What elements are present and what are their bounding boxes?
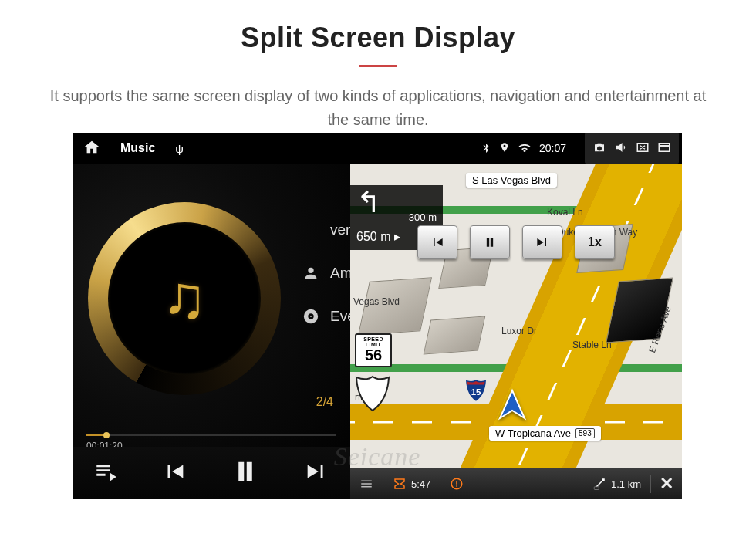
nav-alert-button[interactable] [440,468,473,499]
street-label-text: W Tropicana Ave [495,427,571,439]
status-app-label: Music [120,141,155,155]
sim-speed-button[interactable]: 1x [575,225,615,259]
status-clock: 20:07 [539,142,566,154]
close-app-icon[interactable] [636,140,650,157]
nav-bottom-bar: 5:47 1.1 km ✕ [350,468,682,499]
vehicle-marker [494,387,531,427]
map-building [424,316,486,355]
street-label-tropicana: W Tropicana Ave 593 [489,426,601,441]
volume-icon[interactable] [614,140,628,157]
disc-icon [302,308,319,325]
playlist-button[interactable] [93,458,120,488]
nav-distance-value: 1.1 km [611,478,641,490]
wifi-icon [518,140,532,157]
music-note-icon: ♫ [162,262,208,333]
svg-text:15: 15 [471,387,481,397]
sim-next-button[interactable] [522,225,562,259]
nav-eta[interactable]: 5:47 [383,468,440,499]
route-number: 593 [575,428,595,438]
nav-eta-value: 5:47 [411,478,430,490]
music-pane: ♫ verythin Ame Ever 2/4 00:01:20 [73,133,350,499]
interstate-shield: 15 [466,380,486,401]
title-underline [359,65,397,67]
turn-distance-total: 650 m [356,230,390,243]
nav-distance[interactable]: 1.1 km [583,468,650,499]
page-description: It supports the same screen display of t… [46,84,710,132]
next-button[interactable] [303,458,329,488]
speed-limit-sign: SPEED LIMIT 56 [355,333,392,367]
home-icon[interactable] [83,139,100,158]
bluetooth-icon [481,142,491,155]
us-shield-sign [355,375,390,412]
progress-bar[interactable] [86,434,336,436]
split-screen-icon[interactable] [657,140,671,157]
street-label: Luxor Dr [501,326,537,336]
speed-limit-label: SPEED LIMIT [356,336,390,347]
speed-limit-value: 56 [356,347,390,363]
nav-menu-button[interactable] [350,468,383,499]
screenshot-icon[interactable] [592,140,606,157]
svg-rect-2 [594,487,599,490]
album-art[interactable]: ♫ [88,202,281,395]
street-label: Stable Ln [572,340,612,350]
music-controls [73,447,350,499]
street-label: S Las Vegas Blvd [466,173,557,188]
street-label: Vegas Blvd [353,296,400,307]
usb-icon: ψ [175,142,184,155]
device-frame: Music ψ 20:07 ♫ verythin [73,133,682,499]
street-label: Koval Ln [547,207,583,218]
page-title: Split Screen Display [0,22,756,54]
progress-knob[interactable] [103,432,110,438]
status-bar: Music ψ 20:07 [73,133,682,164]
navigation-pane: ↰ 300 m 650 m ▸ 1x S Las Vegas Blvd Kova… [350,133,682,499]
location-icon [499,142,510,155]
person-icon [302,265,319,282]
sim-prev-button[interactable] [417,225,457,259]
previous-button[interactable] [161,458,187,488]
sim-pause-button[interactable] [470,225,510,259]
nav-sim-controls: 1x [417,225,615,259]
track-index: 2/4 [316,395,333,409]
pause-button[interactable] [229,455,262,491]
nav-close-button[interactable]: ✕ [651,468,682,499]
